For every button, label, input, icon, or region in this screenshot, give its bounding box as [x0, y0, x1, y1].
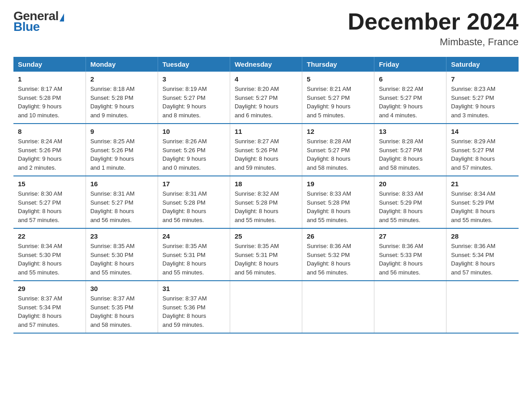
day-cell: 9 Sunrise: 8:25 AMSunset: 5:26 PMDayligh… — [86, 124, 158, 176]
day-cell: 29 Sunrise: 8:37 AMSunset: 5:34 PMDaylig… — [13, 281, 86, 333]
day-info: Sunrise: 8:36 AMSunset: 5:32 PMDaylight:… — [307, 242, 369, 277]
day-number: 20 — [379, 180, 442, 188]
day-cell: 4 Sunrise: 8:20 AMSunset: 5:27 PMDayligh… — [230, 72, 302, 124]
day-info: Sunrise: 8:35 AMSunset: 5:31 PMDaylight:… — [235, 242, 297, 277]
day-info: Sunrise: 8:26 AMSunset: 5:26 PMDaylight:… — [163, 137, 225, 172]
day-number: 6 — [379, 75, 442, 83]
title-section: December 2024 Mimbaste, France — [348, 9, 519, 48]
day-info: Sunrise: 8:27 AMSunset: 5:26 PMDaylight:… — [235, 137, 297, 172]
day-number: 9 — [90, 128, 153, 135]
day-number: 2 — [90, 75, 153, 83]
day-info: Sunrise: 8:29 AMSunset: 5:27 PMDaylight:… — [451, 137, 514, 172]
col-thursday: Thursday — [302, 57, 374, 72]
day-info: Sunrise: 8:31 AMSunset: 5:27 PMDaylight:… — [90, 189, 153, 224]
day-cell: 6 Sunrise: 8:22 AMSunset: 5:27 PMDayligh… — [374, 72, 446, 124]
day-number: 22 — [18, 232, 81, 240]
day-number: 25 — [235, 232, 297, 240]
day-cell: 13 Sunrise: 8:28 AMSunset: 5:27 PMDaylig… — [374, 124, 446, 176]
day-number: 21 — [451, 180, 514, 188]
day-number: 26 — [307, 232, 369, 240]
day-cell: 26 Sunrise: 8:36 AMSunset: 5:32 PMDaylig… — [302, 228, 374, 281]
day-number: 7 — [451, 75, 514, 83]
day-info: Sunrise: 8:33 AMSunset: 5:29 PMDaylight:… — [379, 189, 442, 224]
day-number: 30 — [90, 285, 153, 292]
day-cell: 30 Sunrise: 8:37 AMSunset: 5:35 PMDaylig… — [86, 281, 158, 333]
day-number: 11 — [235, 128, 297, 135]
day-cell: 21 Sunrise: 8:34 AMSunset: 5:29 PMDaylig… — [446, 176, 519, 228]
col-sunday: Sunday — [13, 57, 86, 72]
day-info: Sunrise: 8:32 AMSunset: 5:28 PMDaylight:… — [235, 189, 297, 224]
day-cell: 20 Sunrise: 8:33 AMSunset: 5:29 PMDaylig… — [374, 176, 446, 228]
col-wednesday: Wednesday — [230, 57, 302, 72]
col-friday: Friday — [374, 57, 446, 72]
page-header: General Blue December 2024 Mimbaste, Fra… — [13, 9, 519, 48]
header-row: Sunday Monday Tuesday Wednesday Thursday… — [13, 57, 519, 72]
day-info: Sunrise: 8:28 AMSunset: 5:27 PMDaylight:… — [307, 137, 369, 172]
day-number: 23 — [90, 232, 153, 240]
day-number: 13 — [379, 128, 442, 135]
day-cell: 17 Sunrise: 8:31 AMSunset: 5:28 PMDaylig… — [158, 176, 230, 228]
week-row-2: 8 Sunrise: 8:24 AMSunset: 5:26 PMDayligh… — [13, 124, 519, 176]
day-number: 16 — [90, 180, 153, 188]
day-info: Sunrise: 8:37 AMSunset: 5:36 PMDaylight:… — [163, 294, 225, 329]
day-info: Sunrise: 8:19 AMSunset: 5:27 PMDaylight:… — [163, 85, 225, 120]
day-number: 27 — [379, 232, 442, 240]
day-cell: 3 Sunrise: 8:19 AMSunset: 5:27 PMDayligh… — [158, 72, 230, 124]
month-title: December 2024 — [348, 9, 519, 34]
day-info: Sunrise: 8:23 AMSunset: 5:27 PMDaylight:… — [451, 85, 514, 120]
week-row-5: 29 Sunrise: 8:37 AMSunset: 5:34 PMDaylig… — [13, 281, 519, 333]
day-info: Sunrise: 8:37 AMSunset: 5:35 PMDaylight:… — [90, 294, 153, 329]
week-row-1: 1 Sunrise: 8:17 AMSunset: 5:28 PMDayligh… — [13, 72, 519, 124]
calendar-body: 1 Sunrise: 8:17 AMSunset: 5:28 PMDayligh… — [13, 72, 519, 333]
day-info: Sunrise: 8:36 AMSunset: 5:34 PMDaylight:… — [451, 242, 514, 277]
day-cell: 27 Sunrise: 8:36 AMSunset: 5:33 PMDaylig… — [374, 228, 446, 281]
day-cell: 1 Sunrise: 8:17 AMSunset: 5:28 PMDayligh… — [13, 72, 86, 124]
day-number: 19 — [307, 180, 369, 188]
col-monday: Monday — [86, 57, 158, 72]
day-info: Sunrise: 8:21 AMSunset: 5:27 PMDaylight:… — [307, 85, 369, 120]
day-number: 28 — [451, 232, 514, 240]
day-cell: 28 Sunrise: 8:36 AMSunset: 5:34 PMDaylig… — [446, 228, 519, 281]
day-number: 14 — [451, 128, 514, 135]
day-cell: 22 Sunrise: 8:34 AMSunset: 5:30 PMDaylig… — [13, 228, 86, 281]
day-cell — [302, 281, 374, 333]
calendar-header: Sunday Monday Tuesday Wednesday Thursday… — [13, 57, 519, 72]
day-number: 31 — [163, 285, 225, 292]
week-row-4: 22 Sunrise: 8:34 AMSunset: 5:30 PMDaylig… — [13, 228, 519, 281]
day-cell: 5 Sunrise: 8:21 AMSunset: 5:27 PMDayligh… — [302, 72, 374, 124]
day-cell — [446, 281, 519, 333]
day-info: Sunrise: 8:34 AMSunset: 5:29 PMDaylight:… — [451, 189, 514, 224]
day-info: Sunrise: 8:22 AMSunset: 5:27 PMDaylight:… — [379, 85, 442, 120]
day-info: Sunrise: 8:17 AMSunset: 5:28 PMDaylight:… — [18, 85, 81, 120]
day-info: Sunrise: 8:24 AMSunset: 5:26 PMDaylight:… — [18, 137, 81, 172]
col-tuesday: Tuesday — [158, 57, 230, 72]
day-info: Sunrise: 8:28 AMSunset: 5:27 PMDaylight:… — [379, 137, 442, 172]
day-cell: 14 Sunrise: 8:29 AMSunset: 5:27 PMDaylig… — [446, 124, 519, 176]
logo-blue-text: Blue — [13, 20, 40, 34]
day-cell: 16 Sunrise: 8:31 AMSunset: 5:27 PMDaylig… — [86, 176, 158, 228]
day-cell: 10 Sunrise: 8:26 AMSunset: 5:26 PMDaylig… — [158, 124, 230, 176]
day-info: Sunrise: 8:35 AMSunset: 5:31 PMDaylight:… — [163, 242, 225, 277]
logo: General Blue — [13, 9, 64, 34]
day-number: 15 — [18, 180, 81, 188]
col-saturday: Saturday — [446, 57, 519, 72]
day-number: 1 — [18, 75, 81, 83]
week-row-3: 15 Sunrise: 8:30 AMSunset: 5:27 PMDaylig… — [13, 176, 519, 228]
day-cell: 31 Sunrise: 8:37 AMSunset: 5:36 PMDaylig… — [158, 281, 230, 333]
day-info: Sunrise: 8:20 AMSunset: 5:27 PMDaylight:… — [235, 85, 297, 120]
day-number: 4 — [235, 75, 297, 83]
day-cell: 19 Sunrise: 8:33 AMSunset: 5:28 PMDaylig… — [302, 176, 374, 228]
day-info: Sunrise: 8:35 AMSunset: 5:30 PMDaylight:… — [90, 242, 153, 277]
day-cell: 12 Sunrise: 8:28 AMSunset: 5:27 PMDaylig… — [302, 124, 374, 176]
day-number: 18 — [235, 180, 297, 188]
day-cell: 15 Sunrise: 8:30 AMSunset: 5:27 PMDaylig… — [13, 176, 86, 228]
day-cell: 23 Sunrise: 8:35 AMSunset: 5:30 PMDaylig… — [86, 228, 158, 281]
day-number: 5 — [307, 75, 369, 83]
day-cell: 11 Sunrise: 8:27 AMSunset: 5:26 PMDaylig… — [230, 124, 302, 176]
day-info: Sunrise: 8:25 AMSunset: 5:26 PMDaylight:… — [90, 137, 153, 172]
day-cell: 8 Sunrise: 8:24 AMSunset: 5:26 PMDayligh… — [13, 124, 86, 176]
day-cell: 24 Sunrise: 8:35 AMSunset: 5:31 PMDaylig… — [158, 228, 230, 281]
day-number: 24 — [163, 232, 225, 240]
day-number: 3 — [163, 75, 225, 83]
day-info: Sunrise: 8:37 AMSunset: 5:34 PMDaylight:… — [18, 294, 81, 329]
